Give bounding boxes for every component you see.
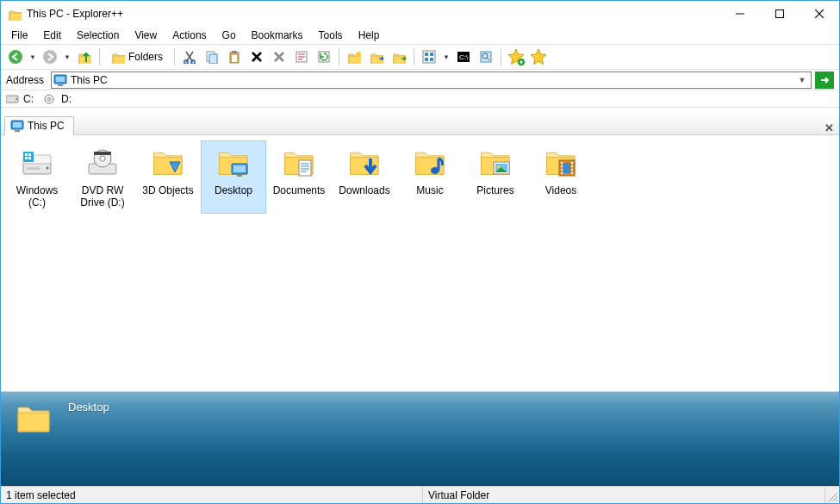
properties-button[interactable] — [292, 47, 311, 66]
list-item[interactable]: Windows (C:) — [4, 140, 70, 214]
folders-button[interactable]: Folders — [105, 47, 169, 66]
back-button[interactable] — [6, 47, 25, 66]
menu-go[interactable]: Go — [215, 28, 243, 42]
item-label: DVD RW Drive (D:) — [72, 184, 133, 209]
menu-edit[interactable]: Edit — [36, 28, 68, 42]
svg-rect-27 — [425, 58, 428, 61]
folder-pic-icon — [478, 146, 513, 181]
address-bar-row: Address This PC ▼ — [1, 70, 839, 90]
new-folder-button[interactable] — [345, 47, 364, 66]
move-to-button[interactable] — [389, 47, 408, 66]
status-bar: 1 item selected Virtual Folder — [1, 486, 839, 503]
folder-vid-icon — [544, 146, 578, 181]
views-dropdown-icon[interactable]: ▼ — [442, 53, 451, 61]
item-label: Desktop — [215, 184, 252, 196]
item-label: Windows (C:) — [7, 184, 67, 209]
svg-point-23 — [356, 52, 361, 57]
svg-rect-55 — [561, 172, 563, 174]
svg-point-13 — [43, 50, 57, 64]
svg-rect-53 — [561, 165, 563, 167]
svg-rect-59 — [571, 172, 573, 174]
svg-rect-39 — [25, 153, 28, 156]
svg-rect-20 — [232, 55, 237, 62]
title-bar: This PC - Explorer++ — [1, 1, 839, 27]
list-item[interactable]: Music — [397, 140, 463, 214]
menu-help[interactable]: Help — [352, 28, 387, 42]
up-button[interactable] — [75, 47, 94, 66]
details-icon — [15, 401, 56, 442]
list-item[interactable]: Documents — [266, 140, 332, 214]
delete-permanent-button[interactable] — [270, 47, 289, 66]
list-item[interactable]: Pictures — [463, 140, 528, 214]
menu-tools[interactable]: Tools — [312, 28, 350, 42]
drive-d-button[interactable]: D: — [44, 93, 72, 105]
address-dropdown-icon[interactable]: ▼ — [795, 76, 809, 84]
tab-this-pc[interactable]: This PC — [4, 116, 74, 135]
svg-rect-40 — [28, 153, 31, 156]
status-selection: 1 item selected — [1, 487, 423, 503]
item-label: Documents — [273, 184, 326, 196]
svg-rect-46 — [299, 160, 311, 176]
svg-point-47 — [431, 167, 439, 174]
go-button[interactable] — [815, 72, 834, 89]
list-item[interactable]: Desktop — [201, 140, 266, 214]
drive-c-button[interactable]: C: — [6, 93, 34, 105]
list-item[interactable]: Videos — [528, 140, 594, 214]
svg-rect-17 — [209, 54, 217, 64]
svg-rect-60 — [563, 163, 570, 173]
details-name: Desktop — [68, 401, 109, 414]
svg-rect-11 — [776, 10, 784, 18]
svg-rect-25 — [425, 53, 428, 56]
resize-grip-icon[interactable] — [825, 487, 839, 503]
copy-to-button[interactable] — [367, 47, 386, 66]
bookmarks-button[interactable] — [529, 47, 548, 66]
folder-down-icon — [347, 146, 382, 181]
add-bookmark-button[interactable] — [507, 47, 526, 66]
tab-close-button[interactable]: ✕ — [824, 121, 839, 134]
list-item[interactable]: 3D Objects — [135, 140, 201, 214]
copy-button[interactable] — [202, 47, 221, 66]
terminal-button[interactable]: C:\ — [454, 47, 473, 66]
svg-rect-56 — [571, 162, 573, 164]
item-label: Downloads — [339, 184, 389, 196]
svg-rect-42 — [28, 157, 31, 159]
dvd-icon — [85, 146, 120, 181]
cut-button[interactable] — [180, 47, 199, 66]
menu-selection[interactable]: Selection — [70, 28, 126, 42]
menu-view[interactable]: View — [128, 28, 164, 42]
svg-text:C:\: C:\ — [459, 53, 469, 61]
back-dropdown-icon[interactable]: ▼ — [28, 53, 37, 61]
list-item[interactable]: Downloads — [332, 140, 397, 214]
tab-label: This PC — [28, 120, 65, 132]
close-button[interactable] — [800, 1, 839, 27]
folder-desktop-icon — [216, 146, 251, 181]
address-combobox[interactable]: This PC ▼ — [51, 72, 812, 89]
menu-bookmarks[interactable]: Bookmarks — [245, 28, 310, 42]
minimize-button[interactable] — [720, 1, 760, 27]
svg-point-35 — [16, 98, 17, 100]
svg-rect-28 — [430, 58, 433, 61]
list-item[interactable]: DVD RW Drive (D:) — [70, 140, 135, 214]
menu-actions[interactable]: Actions — [165, 28, 213, 42]
forward-button[interactable] — [40, 47, 59, 66]
menu-file[interactable]: File — [4, 28, 34, 42]
folders-label: Folders — [128, 51, 163, 63]
refresh-button[interactable] — [314, 47, 333, 66]
item-label: Pictures — [476, 184, 513, 196]
drives-bar: C: D: — [1, 90, 839, 108]
maximize-button[interactable] — [760, 1, 800, 27]
delete-button[interactable] — [247, 47, 266, 66]
forward-dropdown-icon[interactable]: ▼ — [63, 53, 72, 61]
svg-rect-19 — [232, 51, 237, 53]
item-label: Music — [416, 184, 443, 196]
svg-rect-58 — [571, 169, 573, 171]
paste-button[interactable] — [225, 47, 244, 66]
window-title: This PC - Explorer++ — [27, 8, 123, 20]
views-button[interactable] — [420, 47, 439, 66]
svg-rect-44 — [233, 165, 246, 172]
drive-d-label: D: — [61, 93, 72, 105]
search-button[interactable] — [476, 47, 495, 66]
svg-point-12 — [9, 50, 22, 64]
file-list[interactable]: Windows (C:)DVD RW Drive (D:)3D ObjectsD… — [1, 135, 839, 391]
svg-rect-26 — [430, 53, 433, 56]
